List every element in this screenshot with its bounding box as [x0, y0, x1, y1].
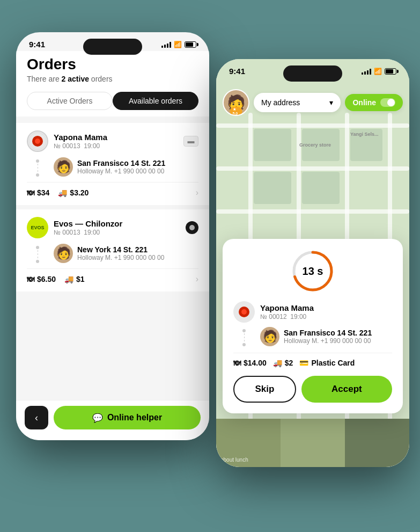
modal-dot-top	[242, 329, 246, 332]
modal-courier-name: San Fransisco 14 St. 221	[284, 329, 372, 337]
restaurant-name-2: Evos — Chilonzor	[54, 219, 122, 228]
accept-button[interactable]: Accept	[301, 376, 392, 403]
battery-icon-2	[385, 68, 396, 75]
restaurant-name-block-1: Yapona Mama № 00013 19:00	[54, 133, 107, 150]
page-title: Orders	[27, 55, 198, 74]
subtitle-bold: 2 active	[62, 75, 89, 83]
tabs-container: Active Orders Available orders	[16, 92, 209, 116]
order-meta-1: № 00013 19:00	[54, 142, 107, 150]
courier-details-1: San Fransisco 14 St. 221 Holloway M. +1 …	[77, 159, 165, 175]
modal-courier-info: 🧑 San Fransisco 14 St. 221 Holloway M. +…	[260, 327, 392, 346]
feed-tile-3	[345, 419, 409, 467]
toggle-switch[interactable]	[380, 98, 395, 107]
online-helper-label: Online helper	[107, 413, 162, 422]
timer-circle: 13 s	[291, 250, 334, 293]
signal-icon-2	[362, 68, 371, 75]
modal-food-price: 🍽 $14.00	[233, 359, 267, 367]
restaurant-row-2: EVOS Evos — Chilonzor № 00013 19:00	[27, 217, 198, 238]
skip-button[interactable]: Skip	[233, 376, 296, 403]
courier-avatar-2: 🧑	[54, 244, 73, 263]
status-icons-1: 📶	[161, 41, 196, 48]
courier-details-2: New York 14 St. 221 Holloway M. +1 990 0…	[77, 245, 164, 261]
modal-payment: 💳 Plastic Card	[299, 359, 355, 367]
courier-connector-1: 🧑 San Fransisco 14 St. 221 Holloway M. +…	[27, 157, 198, 177]
screen-1: 9:41 📶 Orders	[16, 32, 209, 440]
status-time-2: 9:41	[229, 67, 245, 76]
dot-top-2	[36, 246, 39, 249]
modal-food-icon: 🍽	[233, 359, 241, 367]
signal-icon-1	[161, 41, 171, 48]
courier-figure-1: 🧑	[56, 160, 71, 174]
modal-order-meta: № 00012 19:00	[260, 313, 314, 320]
online-toggle[interactable]: Online	[345, 94, 403, 111]
dot-bottom-2	[36, 260, 39, 263]
courier-name-1: San Fransisco 14 St. 221	[77, 159, 165, 167]
subtitle-suffix: orders	[89, 75, 113, 83]
food-icon-1: 🍽	[27, 188, 34, 197]
tab-active-orders[interactable]: Active Orders	[27, 92, 113, 110]
orders-subtitle: There are 2 active orders	[27, 75, 198, 83]
modal-delivery-price: 🚚 $2	[273, 359, 293, 367]
screen2-header: 🧑 ★ 5.0 My address ▾ Online	[223, 89, 403, 116]
modal-restaurant-info: Yapona Mama № 00012 19:00	[260, 303, 314, 320]
phone-1: 9:41 📶 Orders	[16, 32, 209, 440]
modal-delivery-icon: 🚚	[273, 359, 282, 367]
yapona-logo	[27, 130, 48, 152]
order-footer-2: 🍽 $6.50 🚚 $1 ›	[27, 268, 198, 284]
status-time-1: 9:41	[29, 40, 45, 49]
svg-point-2	[35, 139, 40, 144]
modal-restaurant-name: Yapona Mama	[260, 303, 314, 312]
courier-avatar-1: 🧑	[54, 157, 73, 177]
evos-logo: EVOS	[27, 217, 48, 238]
message-icon: 💬	[92, 413, 103, 423]
order-footer-1: 🍽 $34 🚚 $3.20 ›	[27, 182, 198, 198]
feed-tile-2	[281, 419, 345, 467]
chevron-right-2: ›	[196, 274, 198, 284]
online-label: Online	[352, 98, 376, 107]
courier-phone-2: Holloway M. +1 990 000 00 00	[77, 254, 164, 261]
food-icon-2: 🍽	[27, 275, 34, 283]
dot-line-1	[27, 157, 48, 177]
delivery-icon-2: 🚚	[64, 275, 73, 283]
orders-header: Orders There are 2 active orders	[16, 51, 209, 92]
dynamic-island-1	[83, 39, 142, 55]
courier-phone-1: Holloway M. +1 990 000 00 00	[77, 167, 165, 175]
svg-point-3	[189, 225, 195, 230]
address-pill[interactable]: My address ▾	[254, 93, 341, 112]
modal-actions: Skip Accept	[233, 376, 392, 403]
delivery-price-2: 🚚 $1	[64, 275, 85, 283]
dynamic-island-2	[283, 65, 342, 82]
online-helper-button[interactable]: 💬 Online helper	[54, 406, 201, 429]
feed-label-1: about lunch	[220, 457, 248, 463]
wifi-icon-1: 📶	[174, 41, 182, 48]
dash-1	[38, 164, 38, 172]
modal-dot-line	[233, 327, 255, 346]
modal-courier-avatar: 🧑	[260, 327, 279, 346]
orders-list: Yapona Mama № 00013 19:00 ▬	[16, 116, 209, 400]
chevron-left-icon: ‹	[35, 412, 38, 424]
timer-section: 13 s	[233, 250, 392, 293]
tab-available-orders[interactable]: Available orders	[113, 92, 198, 110]
dash-2	[38, 250, 38, 259]
courier-info-1: 🧑 San Fransisco 14 St. 221 Holloway M. +…	[54, 157, 198, 177]
chevron-right-1: ›	[196, 188, 198, 198]
courier-figure-2: 🧑	[56, 246, 71, 260]
restaurant-name-block-2: Evos — Chilonzor № 00013 19:00	[54, 219, 122, 236]
svg-point-8	[241, 309, 247, 315]
order-card-1[interactable]: Yapona Mama № 00013 19:00 ▬	[16, 123, 209, 205]
courier-name-2: New York 14 St. 221	[77, 245, 164, 254]
modal-dot-bottom	[242, 343, 246, 346]
back-button[interactable]: ‹	[25, 406, 48, 429]
modal-dotted-connector: 🧑 San Fransisco 14 St. 221 Holloway M. +…	[233, 327, 392, 346]
order-card-2[interactable]: EVOS Evos — Chilonzor № 00013 19:00	[16, 209, 209, 291]
phone-2: Grocery store Yangi Sels... 9:41 📶	[216, 59, 409, 467]
delivery-icon-1: 🚚	[58, 188, 67, 197]
star-badge: ★ 5.0	[230, 107, 242, 116]
toggle-icon-2[interactable]	[186, 221, 198, 234]
user-avatar: 🧑 ★ 5.0	[223, 89, 249, 116]
order-meta-2: № 00013 19:00	[54, 229, 122, 236]
restaurant-info-2: EVOS Evos — Chilonzor № 00013 19:00	[27, 217, 122, 238]
card-icon-1: ▬	[183, 136, 198, 147]
chevron-down-icon: ▾	[329, 98, 333, 107]
status-icons-2: 📶	[362, 68, 396, 75]
